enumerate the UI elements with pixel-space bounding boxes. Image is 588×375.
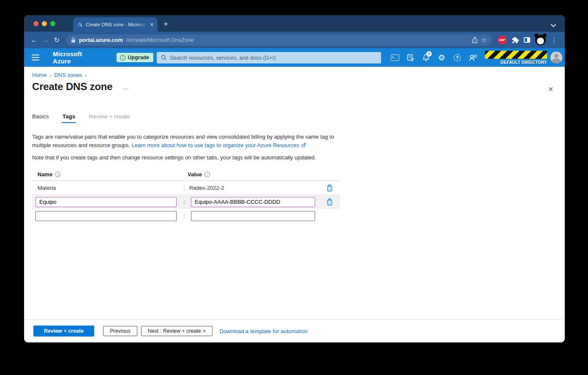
- external-link-icon: [302, 143, 306, 147]
- delete-tag-icon[interactable]: [327, 198, 333, 205]
- tag-row-equipo: :: [32, 195, 340, 209]
- redacted-tenant-stripes: [485, 51, 547, 59]
- traffic-lights: [33, 21, 55, 26]
- chevron-down-icon[interactable]: [550, 24, 556, 27]
- cloud-shell-icon[interactable]: >_: [387, 50, 403, 65]
- download-template-link[interactable]: Download a template for automation: [220, 328, 308, 334]
- azure-brand[interactable]: Microsoft Azure: [53, 50, 101, 65]
- tab-title: Create DNS zone - Microsoft A: [86, 22, 147, 27]
- notifications-bell-icon[interactable]: 1: [418, 50, 434, 65]
- tab-review-create: Review + create: [89, 113, 130, 123]
- browser-profile-avatar[interactable]: [535, 35, 546, 45]
- create-dns-zone-blade: Home › DNS zones › Create DNS zone … ✕ B…: [24, 67, 565, 342]
- colon-separator: :: [181, 213, 188, 219]
- title-row: Create DNS zone …: [32, 81, 129, 93]
- colon-separator: :: [181, 185, 188, 191]
- url-path: /#create/Microsoft.DnsZone: [126, 37, 194, 43]
- upgrade-arrow-icon: ↑: [120, 55, 125, 60]
- breadcrumb-dns-zones[interactable]: DNS zones: [54, 72, 82, 78]
- lock-icon: [71, 37, 76, 43]
- azure-header-icons: >_ 1 ⚙ ?: [387, 50, 481, 65]
- tag-value-text: Redes-2022-2: [188, 185, 319, 191]
- next-button[interactable]: Next : Review + create >: [141, 326, 212, 336]
- tag-name-input[interactable]: [35, 197, 177, 207]
- tab-close-icon[interactable]: ✕: [150, 22, 154, 27]
- close-blade-icon[interactable]: ✕: [548, 85, 553, 93]
- close-window-button[interactable]: [33, 21, 38, 26]
- azure-favicon: [77, 22, 83, 27]
- browser-tab-bar: Create DNS zone - Microsoft A ✕ +: [24, 15, 565, 32]
- back-icon[interactable]: ←: [28, 36, 40, 44]
- browser-window: Create DNS zone - Microsoft A ✕ + ← → ↻ …: [24, 15, 565, 342]
- tags-table: Name i Value i Materia : Redes-2022-2 : …: [32, 168, 340, 223]
- directory-filter-icon[interactable]: [403, 50, 418, 65]
- tag-value-input[interactable]: [191, 197, 315, 207]
- breadcrumb-chevron-icon: ›: [85, 73, 87, 78]
- account-avatar[interactable]: [550, 52, 562, 63]
- tag-name-text: Materia: [32, 185, 181, 191]
- azure-search-bar[interactable]: [157, 52, 381, 63]
- feedback-icon[interactable]: [465, 50, 481, 65]
- new-tag-value-input[interactable]: [191, 211, 315, 221]
- address-bar[interactable]: portal.azure.com/#create/Microsoft.DnsZo…: [66, 34, 492, 46]
- forward-icon[interactable]: →: [40, 36, 51, 44]
- breadcrumb: Home › DNS zones ›: [32, 72, 87, 78]
- tag-row-empty: :: [32, 209, 340, 223]
- wizard-tabs: Basics Tags Review + create: [32, 113, 130, 123]
- settings-gear-icon[interactable]: ⚙: [434, 50, 449, 65]
- url-host: portal.azure.com: [79, 37, 123, 43]
- hamburger-menu-icon[interactable]: [32, 55, 39, 60]
- adblock-extension-icon[interactable]: ABP: [498, 36, 506, 44]
- active-tab[interactable]: Create DNS zone - Microsoft A ✕: [73, 17, 158, 32]
- azure-search-input[interactable]: [170, 55, 377, 61]
- new-tag-name-input[interactable]: [35, 211, 177, 221]
- previous-button[interactable]: Previous: [103, 326, 137, 336]
- tab-basics[interactable]: Basics: [32, 113, 49, 123]
- upgrade-button[interactable]: ↑ Upgrade: [117, 53, 153, 62]
- directory-label: DEFAULT DIRECTORY: [501, 60, 547, 65]
- tags-note: Note that if you create tags and then ch…: [32, 154, 350, 161]
- info-icon: i: [204, 172, 210, 177]
- browser-menu-icon[interactable]: ⋮: [551, 36, 557, 44]
- colon-separator: :: [181, 199, 188, 205]
- browser-toolbar: ← → ↻ portal.azure.com/#create/Microsoft…: [24, 32, 565, 48]
- tag-row-materia: Materia : Redes-2022-2: [32, 181, 340, 195]
- table-header-row: Name i Value i: [32, 168, 340, 181]
- share-icon[interactable]: [472, 37, 478, 43]
- delete-tag-icon[interactable]: [327, 184, 333, 192]
- tenant-directory[interactable]: DEFAULT DIRECTORY: [485, 51, 547, 65]
- tab-tags[interactable]: Tags: [62, 113, 76, 123]
- more-options-icon[interactable]: …: [122, 83, 129, 90]
- wizard-footer: Review + create Previous Next : Review +…: [24, 319, 565, 342]
- info-icon: i: [55, 172, 60, 177]
- notification-count-badge: 1: [426, 51, 432, 57]
- page-title: Create DNS zone: [32, 81, 112, 93]
- reload-icon[interactable]: ↻: [51, 36, 63, 44]
- name-header: Name i: [32, 171, 181, 178]
- azure-header: Microsoft Azure ↑ Upgrade >_ 1 ⚙ ? DEFAU…: [24, 48, 565, 67]
- minimize-window-button[interactable]: [42, 21, 47, 26]
- extensions-puzzle-icon[interactable]: [512, 36, 519, 44]
- help-icon[interactable]: ?: [449, 50, 465, 65]
- value-header: Value i: [188, 171, 319, 178]
- breadcrumb-chevron-icon: ›: [50, 73, 52, 78]
- review-create-button[interactable]: Review + create: [33, 326, 94, 337]
- tags-description: Tags are name/value pairs that enable yo…: [32, 133, 350, 150]
- search-icon: [161, 55, 166, 60]
- zoom-window-button[interactable]: [50, 21, 55, 26]
- learn-more-link[interactable]: Learn more about how to use tags to orga…: [132, 142, 299, 148]
- breadcrumb-home[interactable]: Home: [32, 72, 47, 78]
- new-tab-button[interactable]: +: [163, 19, 168, 29]
- bookmark-star-icon[interactable]: ☆: [481, 36, 487, 44]
- side-panel-icon[interactable]: [524, 37, 530, 43]
